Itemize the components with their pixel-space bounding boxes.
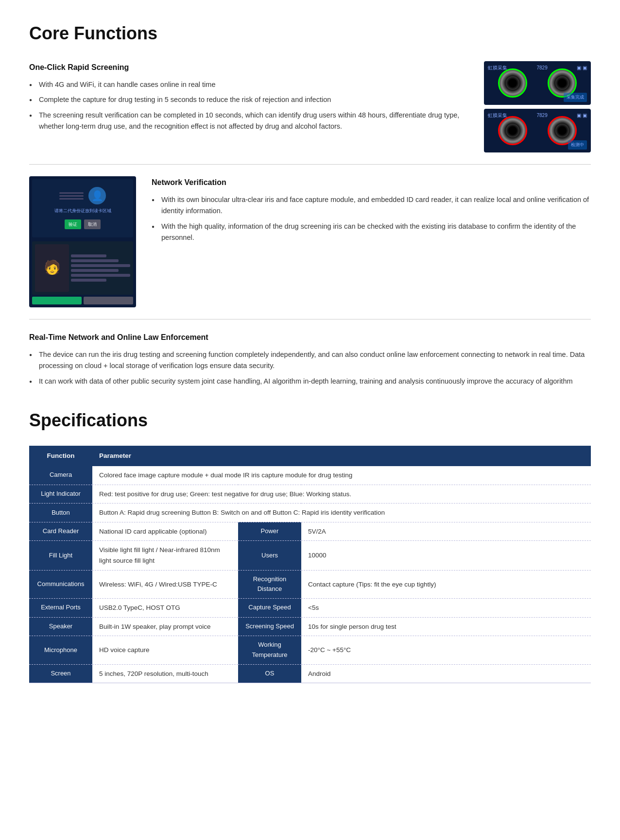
person-icon: 👤	[88, 187, 106, 204]
device-top-screen: 👤 请将二代身份证放到读卡区域 验证 取消	[32, 179, 133, 237]
scan-icons2: ▣ ▣	[577, 112, 587, 119]
right-label: Recognition Distance	[238, 570, 301, 599]
info-line	[71, 269, 119, 272]
left-eye-red	[498, 116, 527, 145]
right-value: <5s	[301, 599, 591, 618]
eye-pupil	[555, 76, 569, 90]
function-label: External Ports	[29, 599, 92, 618]
table-row: Card Reader National ID card applicable …	[29, 522, 591, 541]
block1-container: One-Click Rapid Screening With 4G and Wi…	[29, 61, 591, 152]
block3-subtitle: Real-Time Network and Online Law Enforce…	[29, 331, 591, 344]
specs-table: Function Parameter Camera Colored face i…	[29, 446, 591, 683]
eye-pupil	[506, 76, 519, 90]
device-btn-row	[32, 297, 133, 304]
scan-top-bar2: 虹膜采集 7829 ▣ ▣	[488, 112, 587, 119]
info-line	[71, 264, 130, 267]
menu-line	[59, 192, 84, 194]
block2-subtitle: Network Verification	[152, 176, 591, 189]
param-cell: National ID card applicable (optional)	[92, 522, 238, 541]
info-line	[71, 274, 130, 277]
menu-lines	[59, 191, 84, 201]
eye-scan-card-green: 虹膜采集 7829 ▣ ▣ 采集完成	[484, 61, 591, 105]
device-btn-cancel: 取消	[84, 219, 101, 229]
block1-text: One-Click Rapid Screening With 4G and Wi…	[29, 61, 468, 152]
block1-subtitle: One-Click Rapid Screening	[29, 61, 468, 74]
menu-line	[59, 195, 84, 197]
device-screen-image: 👤 请将二代身份证放到读卡区域 验证 取消 🧑	[29, 176, 136, 307]
block2-container: 👤 请将二代身份证放到读卡区域 验证 取消 🧑	[29, 176, 591, 307]
param-cell: USB2.0 TypeC, HOST OTG	[92, 599, 238, 618]
table-header-row: Function Parameter	[29, 446, 591, 466]
table-row: Microphone HD voice capture Working Temp…	[29, 636, 591, 665]
block3-bullets: The device can run the iris drug testing…	[29, 349, 591, 387]
specs-title: Specifications	[29, 406, 591, 435]
list-item: With its own binocular ultra-clear iris …	[152, 194, 591, 217]
function-label: Fill Light	[29, 541, 92, 570]
info-line	[71, 279, 106, 282]
table-row: Speaker Built-in 1W speaker, play prompt…	[29, 617, 591, 636]
right-value: 10000	[301, 541, 591, 570]
eye-scan-images: 虹膜采集 7829 ▣ ▣ 采集完成 虹膜采集 7829 ▣ ▣	[484, 61, 591, 152]
table-row: Camera Colored face image capture module…	[29, 466, 591, 485]
device-confirm-btn	[32, 297, 82, 304]
table-row: External Ports USB2.0 TypeC, HOST OTG Ca…	[29, 599, 591, 618]
face-box: 🧑	[35, 244, 69, 292]
info-line	[71, 259, 119, 262]
block2-text: Network Verification With its own binocu…	[152, 176, 591, 307]
eye-pupil-red	[506, 124, 519, 137]
function-label: Card Reader	[29, 522, 92, 541]
scan-top-bar: 虹膜采集 7829 ▣ ▣	[488, 64, 587, 72]
info-lines	[71, 244, 130, 292]
table-row: Communications Wireless: WiFi, 4G / Wire…	[29, 570, 591, 599]
table-row: Light Indicator Red: test positive for d…	[29, 485, 591, 504]
list-item: It can work with data of other public se…	[29, 376, 591, 387]
list-item: With the high quality, information of th…	[152, 221, 591, 243]
right-label: Screening Speed	[238, 617, 301, 636]
param-cell: Built-in 1W speaker, play prompt voice	[92, 617, 238, 636]
specs-table-body: Camera Colored face image capture module…	[29, 466, 591, 683]
scan-number2: 7829	[536, 112, 547, 119]
right-value: 5V/2A	[301, 522, 591, 541]
function-label: Microphone	[29, 636, 92, 665]
info-line	[71, 254, 106, 257]
right-value: -20°C ~ +55°C	[301, 636, 591, 665]
divider1	[29, 164, 591, 165]
function-label: Camera	[29, 466, 92, 485]
menu-line	[59, 198, 84, 200]
scan-icons: ▣ ▣	[577, 64, 587, 72]
block2-bullets: With its own binocular ultra-clear iris …	[152, 194, 591, 243]
device-back-btn	[84, 297, 133, 304]
function-label: Light Indicator	[29, 485, 92, 504]
right-value: Contact capture (Tips: fit the eye cup t…	[301, 570, 591, 599]
col-header-parameter: Parameter	[92, 446, 591, 466]
device-btn-verify: 验证	[65, 219, 81, 229]
param-cell: Colored face image capture module + dual…	[92, 466, 591, 485]
right-label: Power	[238, 522, 301, 541]
param-cell: Red: test positive for drug use; Green: …	[92, 485, 591, 504]
param-cell: 5 inches, 720P resolution, multi-touch	[92, 664, 238, 683]
left-eye	[498, 68, 527, 98]
device-bottom-screen: 🧑	[32, 241, 133, 295]
device-screen: 👤 请将二代身份证放到读卡区域 验证 取消 🧑	[29, 176, 136, 307]
block1-bullets: With 4G and WiFi, it can handle cases on…	[29, 79, 468, 132]
scan-number: 7829	[536, 64, 547, 72]
function-label: Screen	[29, 664, 92, 683]
eye-scan-card-red: 虹膜采集 7829 ▣ ▣ 检测中	[484, 109, 591, 152]
divider2	[29, 319, 591, 319]
right-label: OS	[238, 664, 301, 683]
right-label: Working Temperature	[238, 636, 301, 665]
right-value: Android	[301, 664, 591, 683]
col-header-function: Function	[29, 446, 92, 466]
list-item: With 4G and WiFi, it can handle cases on…	[29, 79, 468, 90]
right-label: Users	[238, 541, 301, 570]
param-cell: HD voice capture	[92, 636, 238, 665]
function-label: Communications	[29, 570, 92, 599]
function-label: Button	[29, 504, 92, 522]
device-status-text: 请将二代身份证放到读卡区域	[54, 207, 111, 214]
right-value: 10s for single person drug test	[301, 617, 591, 636]
right-label: Capture Speed	[238, 599, 301, 618]
function-label: Speaker	[29, 617, 92, 636]
eye-pupil-red2	[555, 124, 569, 137]
scan-bottom-bar2: 检测中	[568, 140, 587, 149]
list-item: The screening result verification can be…	[29, 110, 468, 132]
